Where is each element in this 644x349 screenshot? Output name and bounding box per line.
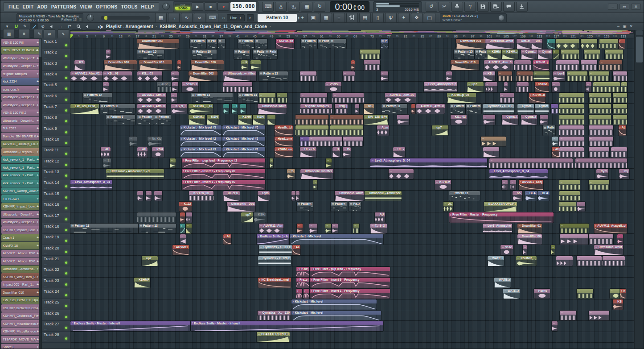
whats-new-banner[interactable]: 10/26 FL STUDIO 21.2 |What's New? (440, 13, 507, 22)
clip[interactable]: ↔Cyma..as# (596, 169, 608, 179)
drag-handle-icon[interactable]: + (37, 220, 39, 224)
clip[interactable]: ↔KSHM..p_05 (238, 115, 252, 125)
track-mute-led[interactable] (65, 99, 67, 101)
picker-item[interactable]: Sample_SN-SNARE 6..+ (1, 133, 40, 140)
track-header-21[interactable]: Track 21... (42, 256, 70, 266)
master-pitch-slider[interactable] (101, 16, 150, 20)
clip[interactable]: ƒHead..ume (275, 137, 293, 147)
maximize-button[interactable]: ▭ (619, 4, 629, 10)
clip[interactable]: ↔Downlifter 003 (456, 39, 485, 49)
track-mute-led[interactable] (65, 196, 67, 199)
clip[interactable]: ↔ (325, 224, 331, 234)
clip[interactable]: ↔AUV.._125 (157, 82, 171, 92)
clip[interactable]: ↔ (277, 93, 287, 103)
clip[interactable]: ↔ (589, 125, 613, 136)
playback-icon[interactable] (83, 23, 91, 29)
track-options[interactable]: ... (44, 187, 48, 189)
clip[interactable]: ↔Ul..er 6 (332, 147, 340, 158)
picker-item[interactable]: 789AFDK_MOVE_MA_..+ (1, 336, 40, 343)
pattern-selector[interactable]: Pattern 10 ▲▼ + (258, 14, 304, 22)
picker-item[interactable]: Ultrasonic - Downlift..+ (1, 211, 40, 218)
clip[interactable]: ▤Pat..n 1 (207, 39, 217, 49)
clip[interactable]: ↔ (617, 234, 623, 245)
clip[interactable]: ↔Ul..er 6 (300, 147, 316, 158)
clip[interactable]: ƒKickstart - Mix level #2 (222, 137, 265, 147)
clip[interactable]: ↔BLAXXTER UPLIFTER 2 (257, 332, 290, 342)
drag-handle-icon[interactable]: + (37, 119, 39, 123)
track-options[interactable]: ... (44, 78, 48, 80)
track-options[interactable]: ... (44, 154, 48, 157)
clip[interactable]: ↔AUVM11_Atm..02_125_Cm (385, 93, 416, 103)
cut-icon[interactable]: ✂ (439, 2, 450, 12)
clip[interactable]: ↔KSH..w_06 (189, 191, 213, 201)
close-button[interactable]: ✕ (631, 4, 641, 10)
clip[interactable]: ƒEndless Smile - Master - Intensit (191, 321, 383, 332)
clip[interactable]: ↔Cymat..D# (521, 50, 537, 60)
menu-help[interactable]: HELP (140, 4, 156, 9)
clip[interactable]: ↔ (343, 137, 363, 147)
track-header-8[interactable]: Track 8... (42, 114, 70, 125)
clip[interactable]: ƒKickstart - Mix level #5 (222, 125, 265, 136)
zoom-icon[interactable] (74, 23, 82, 29)
wait-for-input-icon[interactable]: 3₂ (288, 2, 299, 12)
playlist-icon[interactable]: ▣ (308, 13, 319, 23)
track-header-3[interactable]: Track 3... (42, 60, 70, 71)
track-mute-led[interactable] (65, 44, 67, 46)
clip[interactable]: ↔ (613, 71, 627, 82)
clip[interactable]: ▤Pattern 11 (381, 104, 407, 114)
track-options[interactable]: ... (44, 197, 48, 200)
clip[interactable]: ↔ (575, 158, 628, 169)
picker-item[interactable]: KSHMR_Impact_Low..+ (1, 203, 40, 211)
track-options[interactable]: ... (44, 56, 48, 59)
clip[interactable]: ↔ (556, 60, 579, 71)
clip[interactable]: ↔ (270, 158, 273, 169)
clip[interactable]: ↔KS_9_F (171, 104, 188, 114)
picker-item[interactable]: kick_rework_1 - Part..+ (1, 164, 40, 171)
file-icon[interactable]: ▯ (372, 13, 384, 23)
drag-handle-icon[interactable]: + (37, 103, 39, 107)
track-options[interactable]: ... (44, 110, 48, 113)
track-options[interactable]: ... (44, 339, 48, 341)
clip[interactable]: ↔AUVM11_Atm..02_125_Cm (484, 60, 513, 71)
track-header-26[interactable]: Track 26... (42, 310, 70, 321)
clip[interactable]: ↔Downlifter 010 (517, 224, 542, 234)
clip[interactable]: ↔ (489, 158, 573, 169)
clip[interactable]: ↔ (389, 169, 413, 179)
drag-handle-icon[interactable]: + (37, 41, 39, 45)
clip[interactable]: ƒFree Filter - Insert 9 - Frequency (310, 278, 390, 288)
track-options[interactable]: ... (44, 89, 48, 91)
clip[interactable]: ↔Cyma..D# (502, 115, 518, 125)
track-mute-led[interactable] (65, 55, 67, 57)
vertical-scrollbar-thumb[interactable] (636, 37, 643, 62)
clip[interactable]: ↔Downlifter 010 (104, 60, 137, 71)
clip[interactable]: ↔T.._9_3 (370, 224, 387, 234)
track-header-20[interactable]: Track 20... (42, 245, 70, 256)
picker-item[interactable]: kick_rework_1 - Part..+ (1, 179, 40, 187)
clip[interactable]: ↔C (232, 104, 238, 114)
menu-edit[interactable]: EDIT (21, 4, 35, 9)
clip[interactable]: ↔KSHM..p_05 (207, 115, 219, 125)
drag-handle-icon[interactable]: + (37, 48, 39, 52)
track-mute-led[interactable] (65, 272, 67, 274)
clip[interactable]: ▤Pattern 7 (466, 104, 481, 114)
clip[interactable]: ▤Pattern 1 (318, 39, 330, 49)
typing-keyboard-to-piano-icon[interactable]: ⌨ (262, 2, 274, 12)
clip[interactable]: ↔ (567, 71, 587, 82)
clip[interactable]: ƒFree Filter - Insert 9 - Frequency #2 (182, 169, 265, 179)
track-header-17[interactable]: Track 17... (42, 212, 70, 223)
drag-handle-icon[interactable]: + (37, 173, 39, 177)
track-header-24[interactable]: Track 24... (42, 288, 70, 299)
render-icon[interactable] (516, 2, 528, 12)
clip[interactable]: ↔ (517, 71, 533, 82)
track-options[interactable]: ... (44, 45, 48, 48)
clip[interactable]: ↔ (560, 224, 589, 234)
clip[interactable]: ↔ (186, 224, 192, 234)
help-icon[interactable]: ? (464, 2, 476, 12)
clip[interactable]: ↔ (621, 82, 627, 92)
clip[interactable]: ↔ (605, 50, 623, 60)
clip[interactable]: ↔Ul..er 6 (223, 191, 240, 201)
clip[interactable]: ↔Downlifter 003 (189, 71, 217, 82)
clip[interactable]: ↔ (556, 256, 573, 266)
picker-item[interactable]: Wildstylez - Deeper T..+ (1, 219, 40, 226)
clip[interactable]: ↔S..3 (287, 169, 295, 179)
